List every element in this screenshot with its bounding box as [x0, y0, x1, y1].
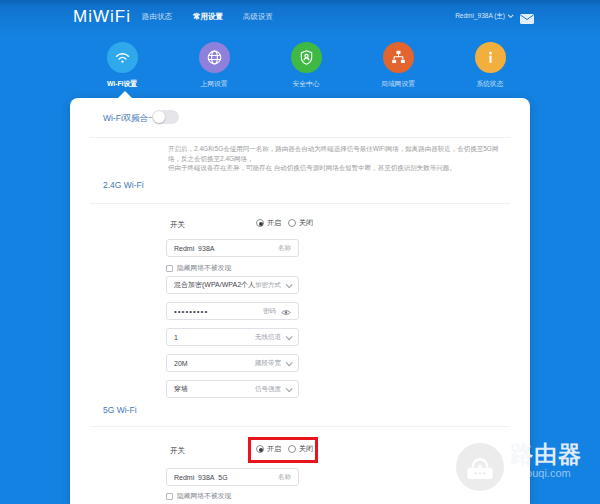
wifi-icon [107, 42, 138, 73]
wifi-name-value: Redmi_938A [174, 245, 278, 252]
settings-tabs: Wi-Fi设置 上网设置 安全中心 局域网设置 系统状态 [76, 42, 536, 89]
tab-security-center[interactable]: 安全中心 [260, 42, 352, 89]
lan-icon [383, 42, 414, 73]
nav-advanced-settings[interactable]: 高级设置 [243, 12, 273, 22]
switch-label-24g: 开关 [170, 220, 185, 230]
tab-label: 系统状态 [476, 79, 503, 89]
tab-label: 上网设置 [200, 79, 227, 89]
description-line: 但由于终端设备存在差异，可能存在 自动切换信号源时网络会短暂中断，甚至切换识别失… [168, 163, 506, 173]
tab-internet-settings[interactable]: 上网设置 [168, 42, 260, 89]
divider [90, 203, 510, 204]
chevron-down-icon [286, 385, 293, 392]
router-icon [463, 452, 497, 482]
globe-icon [199, 42, 230, 73]
checkbox-icon [166, 493, 173, 500]
nav-router-status[interactable]: 路由状态 [142, 12, 172, 22]
miwifi-settings-page: MiWiFi 路由状态 常用设置 高级设置 Redmi_938A (主) Wi-… [0, 0, 600, 504]
account-dropdown[interactable]: Redmi_938A (主) [455, 12, 512, 21]
checkbox-label: 隐藏网络不被发现 [177, 263, 231, 273]
encryption-select-24g[interactable]: 混合加密(WPA/WPA2个人版) 加密方式 [166, 276, 299, 294]
description-line: 开启后，2.4G和5G会使用同一名称，路由器会自动为终端选择信号最佳WiFi网络… [168, 144, 506, 163]
radio-on-label: 开启 [267, 444, 281, 454]
chevron-down-icon [286, 359, 293, 366]
section-title-5g: 5G Wi-Fi [103, 405, 137, 415]
password-input-24g[interactable]: ••••••••• 密码 [166, 302, 299, 320]
divider [90, 426, 510, 427]
tab-wifi-settings[interactable]: Wi-Fi设置 [76, 42, 168, 89]
field-label: 频段带宽 [255, 359, 281, 368]
tab-label: 安全中心 [292, 79, 319, 89]
mail-icon[interactable] [520, 10, 534, 20]
tab-system-status[interactable]: 系统状态 [444, 42, 536, 89]
watermark-router-badge [456, 443, 504, 491]
watermark-title: 路由器 [510, 439, 582, 470]
radio-on-label: 开启 [267, 218, 281, 228]
signal-strength-select-24g[interactable]: 穿墙 信号强度 [166, 380, 299, 398]
account-label: Redmi_938A (主) [455, 12, 505, 19]
section-title-24g: 2.4G Wi-Fi [103, 180, 144, 190]
hide-network-checkbox-24g[interactable]: 隐藏网络不被发现 [166, 263, 231, 273]
wifi-name-input-5g[interactable]: Redmi_938A_5G 名称 [166, 468, 299, 486]
bandwidth-value: 20M [174, 360, 255, 367]
switch-radios-5g: 开启 关闭 [256, 444, 320, 454]
miwifi-logo: MiWiFi [73, 7, 131, 27]
radio-off-5g[interactable] [288, 445, 296, 453]
divider [90, 137, 510, 138]
field-label: 名称 [278, 473, 291, 482]
radio-on-5g[interactable] [256, 445, 264, 453]
wifi-name-input-24g[interactable]: Redmi_938A 名称 [166, 239, 299, 257]
signal-strength-value: 穿墙 [174, 384, 255, 394]
watermark-subtitle: luyouqi.com [512, 467, 571, 479]
active-tab-pointer [118, 91, 132, 98]
switch-radios-24g: 开启 关闭 [256, 218, 320, 228]
chevron-down-icon [286, 281, 293, 288]
info-icon [475, 42, 506, 73]
field-label: 信号强度 [255, 385, 281, 394]
toggle-knob [153, 111, 165, 123]
password-value: ••••••••• [174, 307, 263, 316]
bandwidth-select-24g[interactable]: 20M 频段带宽 [166, 354, 299, 372]
wifi-settings-panel: Wi-Fi双频合一 开启后，2.4G和5G会使用同一名称，路由器会自动为终端选择… [70, 98, 530, 504]
tab-lan-settings[interactable]: 局域网设置 [352, 42, 444, 89]
dual-band-label: Wi-Fi双频合一 [103, 113, 157, 125]
field-label: 加密方式 [255, 281, 281, 290]
switch-label-5g: 开关 [170, 446, 185, 456]
wifi-name-value: Redmi_938A_5G [174, 474, 278, 481]
field-label: 无线信道 [255, 333, 281, 342]
radio-on-24g[interactable] [256, 219, 264, 227]
radio-off-24g[interactable] [288, 219, 296, 227]
radio-off-label: 关闭 [299, 218, 313, 228]
checkbox-label: 隐藏网络不被发现 [177, 491, 231, 501]
hide-network-checkbox-5g[interactable]: 隐藏网络不被发现 [166, 491, 231, 501]
field-label: 密码 [263, 307, 276, 316]
tab-label: Wi-Fi设置 [107, 79, 137, 89]
channel-value: 1 [174, 334, 255, 341]
checkbox-icon [166, 265, 173, 272]
field-label: 名称 [278, 244, 291, 253]
channel-select-24g[interactable]: 1 无线信道 [166, 328, 299, 346]
dual-band-toggle[interactable] [152, 110, 179, 124]
radio-off-label: 关闭 [299, 444, 313, 454]
chevron-down-icon [286, 333, 293, 340]
chevron-down-icon [508, 12, 514, 18]
shield-icon [291, 42, 322, 73]
tab-label: 局域网设置 [381, 79, 415, 89]
dual-band-description: 开启后，2.4G和5G会使用同一名称，路由器会自动为终端选择信号最佳WiFi网络… [168, 144, 506, 173]
encryption-value: 混合加密(WPA/WPA2个人版) [174, 280, 255, 290]
top-navbar: MiWiFi 路由状态 常用设置 高级设置 Redmi_938A (主) [0, 0, 600, 34]
eye-icon[interactable] [281, 302, 291, 320]
nav-common-settings[interactable]: 常用设置 [193, 12, 223, 22]
